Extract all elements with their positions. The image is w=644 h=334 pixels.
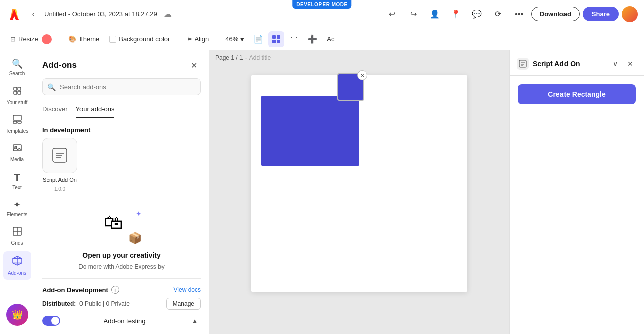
actions-label: Ac — [327, 35, 334, 43]
toolbar-separator-2 — [178, 34, 178, 44]
manage-button[interactable]: Manage — [166, 298, 201, 310]
user-avatar[interactable] — [622, 6, 638, 22]
zoom-control[interactable]: 46% ▾ — [221, 33, 248, 45]
share-users-icon[interactable]: 👤 — [426, 5, 444, 23]
right-panel-collapse-button[interactable]: ∨ — [609, 57, 622, 70]
main-content: 🔍 Search Your stuff — [0, 50, 644, 334]
addon-version: 1.0.0 — [54, 186, 65, 192]
toolbar-separator-3 — [217, 34, 217, 44]
addon-icon — [42, 138, 77, 173]
svg-rect-3 — [272, 40, 276, 43]
premium-icon: 👑 — [12, 309, 23, 320]
svg-rect-2 — [277, 35, 280, 39]
search-input-icon: 🔍 — [47, 83, 56, 91]
right-panel-body: Create Rectangle — [510, 76, 644, 112]
in-development-header: In development — [34, 118, 209, 138]
svg-rect-10 — [13, 121, 17, 123]
canvas-rectangle[interactable] — [261, 96, 359, 166]
app-logo[interactable] — [6, 6, 22, 22]
svg-rect-11 — [18, 121, 21, 123]
right-panel-close-button[interactable]: ✕ — [624, 57, 637, 70]
panel-tabs: Discover Your add-ons — [34, 101, 209, 118]
info-icon[interactable]: i — [111, 286, 119, 294]
resize-button[interactable]: ⊡ Resize — [6, 32, 56, 46]
tab-your-addons[interactable]: Your add-ons — [76, 101, 115, 118]
creativity-package-icon: 📦 — [128, 232, 142, 245]
zoom-chevron-icon: ▾ — [240, 35, 244, 43]
comment-icon[interactable]: 💬 — [468, 5, 486, 23]
align-label: Align — [194, 35, 209, 43]
creativity-shop-icon: 🛍 — [104, 212, 123, 233]
creativity-desc: Do more with Adobe Express by — [78, 263, 165, 270]
sidebar-item-media[interactable]: Media — [3, 139, 31, 166]
panel-title: Add-ons — [42, 60, 77, 70]
addon-testing-row: Add-on testing ▲ — [42, 315, 201, 327]
addon-dev-header: Add-on Development i View docs — [42, 286, 201, 294]
icon-rail: 🔍 Search Your stuff — [0, 50, 34, 334]
add-title-link[interactable]: Add title — [249, 54, 271, 61]
sidebar-item-addons[interactable]: Add-ons — [3, 251, 31, 280]
distributed-text: Distributed: 0 Public | 0 Private — [42, 300, 130, 307]
templates-icon — [12, 114, 22, 127]
background-color-button[interactable]: Background color — [105, 33, 174, 45]
panel-header: Add-ons ✕ — [34, 50, 209, 76]
align-button[interactable]: ⊫ Align — [182, 33, 213, 45]
addon-card-script[interactable]: Script Add On 1.0.0 — [42, 138, 77, 192]
toggle-thumb — [51, 317, 59, 325]
canvas-page[interactable] — [251, 75, 467, 292]
addon-name: Script Add On — [43, 176, 77, 183]
svg-rect-6 — [18, 87, 21, 90]
sidebar-item-premium[interactable]: 👑 — [6, 304, 28, 326]
location-icon[interactable]: 📍 — [447, 5, 465, 23]
grids-icon — [12, 226, 22, 239]
addon-dev-title: Add-on Development i — [42, 286, 119, 294]
search-input[interactable] — [42, 78, 201, 95]
share-alt-icon[interactable]: ⟳ — [489, 5, 507, 23]
developer-badge: DEVELOPER MODE — [292, 0, 351, 9]
share-button[interactable]: Share — [583, 7, 619, 21]
resize-icon: ⊡ — [10, 35, 16, 43]
sidebar-item-grids[interactable]: Grids — [3, 222, 31, 250]
creativity-star-icon: ✦ — [136, 210, 142, 218]
right-panel-addon-icon — [517, 58, 529, 70]
actions-button[interactable]: Ac — [323, 33, 338, 45]
sidebar-item-search[interactable]: 🔍 Search — [3, 54, 31, 80]
sidebar-item-text[interactable]: T Text — [3, 168, 31, 194]
undo-button[interactable]: ↩ — [383, 5, 401, 23]
sidebar-item-your-stuff[interactable]: Your stuff — [3, 81, 31, 109]
grid-view-button[interactable] — [268, 31, 284, 47]
right-panel-title: Script Add On — [533, 60, 605, 68]
redo-button[interactable]: ↪ — [405, 5, 423, 23]
testing-chevron-button[interactable]: ▲ — [189, 315, 201, 327]
view-docs-link[interactable]: View docs — [174, 286, 201, 293]
cloud-sync-icon[interactable]: ☁ — [164, 9, 172, 19]
align-icon: ⊫ — [186, 35, 192, 43]
search-icon: 🔍 — [12, 58, 23, 69]
add-button[interactable]: ➕ — [304, 31, 320, 47]
svg-rect-12 — [13, 145, 21, 151]
create-rectangle-button[interactable]: Create Rectangle — [518, 84, 636, 104]
color-popup-close-button[interactable]: ✕ — [357, 70, 367, 80]
back-button[interactable]: ‹ — [26, 7, 40, 21]
theme-button[interactable]: 🎨 Theme — [64, 33, 103, 45]
color-preview-box[interactable]: ✕ — [337, 73, 364, 101]
tab-discover[interactable]: Discover — [42, 101, 68, 118]
addon-development-section: Add-on Development i View docs Distribut… — [34, 279, 209, 334]
more-options-button[interactable]: ••• — [510, 5, 528, 23]
distributed-label: Distributed: — [42, 300, 76, 307]
svg-rect-9 — [13, 115, 21, 120]
right-panel: Script Add On ∨ ✕ Create Rectangle — [509, 50, 644, 334]
delete-button[interactable]: 🗑 — [286, 31, 302, 47]
addon-grid: Script Add On 1.0.0 — [34, 138, 209, 200]
addon-testing-label: Add-on testing — [104, 317, 146, 325]
sidebar-item-templates[interactable]: Templates — [3, 110, 31, 138]
distributed-row: Distributed: 0 Public | 0 Private Manage — [42, 298, 201, 310]
download-button[interactable]: Download — [531, 7, 580, 21]
addon-testing-toggle[interactable] — [42, 316, 60, 326]
addons-icon — [12, 255, 23, 269]
page-icon-button[interactable]: 📄 — [250, 31, 266, 47]
topbar: ‹ Untitled - October 03, 2023 at 18.27.2… — [0, 0, 644, 28]
sidebar-item-elements[interactable]: ✦ Elements — [3, 195, 31, 221]
panel-close-button[interactable]: ✕ — [187, 58, 201, 72]
background-color-label: Background color — [119, 35, 170, 43]
